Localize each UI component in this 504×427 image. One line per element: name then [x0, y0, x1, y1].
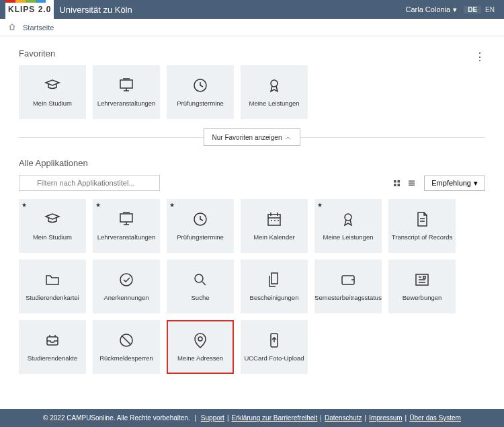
favorites-menu-icon[interactable]: ⋮	[474, 52, 485, 63]
all-apps-tiles: ★Mein Studium★Lehrveranstaltungen★Prüfun…	[19, 199, 485, 374]
app-tile[interactable]: ★Prüfungstermine	[167, 199, 234, 253]
award-icon	[265, 77, 283, 94]
footer-copyright: © 2022 CAMPUSonline. Alle Rechte vorbeha…	[43, 414, 190, 422]
app-tile[interactable]: Anerkennungen	[93, 260, 160, 313]
footer: © 2022 CAMPUSonline. Alle Rechte vorbeha…	[0, 409, 504, 427]
tile-label: Semesterbeitragsstatus	[314, 294, 382, 301]
search-icon	[192, 271, 209, 288]
app-tile[interactable]: Meine Leistungen	[241, 65, 308, 119]
filter-input[interactable]	[19, 175, 160, 191]
graduation-cap-icon	[44, 210, 61, 228]
app-tile[interactable]: ★Lehrveranstaltungen	[93, 199, 160, 253]
app-tile[interactable]: Suche	[167, 260, 234, 313]
caret-down-icon: ▾	[474, 179, 478, 188]
list-icon	[407, 179, 416, 188]
user-menu[interactable]: Carla Colonia ▾	[406, 5, 458, 14]
calendar-icon	[265, 210, 283, 228]
app-tile[interactable]: Bescheinigungen	[241, 260, 308, 313]
tile-label: UCCard Foto-Upload	[244, 354, 304, 362]
lang-de[interactable]: DE	[464, 6, 481, 13]
presentation-icon	[118, 77, 135, 94]
app-tile[interactable]: Mein Studium	[19, 65, 86, 119]
star-icon: ★	[22, 202, 27, 208]
logo-text: KLIPS 2.0	[8, 5, 51, 14]
document-icon	[413, 210, 431, 228]
app-tile[interactable]: Meine Adressen	[167, 320, 234, 374]
award-icon	[339, 210, 357, 228]
app-tile[interactable]: Transcript of Records	[388, 199, 456, 253]
tile-label: Mein Studium	[33, 233, 72, 241]
breadcrumb-start[interactable]: Startseite	[23, 24, 54, 32]
graduation-cap-icon	[44, 77, 61, 94]
app-tile[interactable]: Lehrveranstaltungen	[93, 65, 160, 119]
app-tile[interactable]: Bewerbungen	[388, 260, 456, 313]
footer-link[interactable]: Support	[201, 414, 224, 422]
inbox-icon	[44, 332, 61, 349]
app-tile[interactable]: Rückmeldesperren	[93, 320, 160, 374]
clock-icon	[192, 210, 209, 228]
tile-label: Meine Adressen	[177, 354, 223, 362]
lang-en[interactable]: EN	[481, 6, 499, 13]
star-icon: ★	[95, 202, 101, 208]
footer-link[interactable]: Impressum	[369, 414, 402, 422]
tile-label: Anerkennungen	[103, 294, 149, 301]
tile-label: Bescheinigungen	[250, 294, 299, 301]
sort-button[interactable]: Empfehlung ▾	[424, 176, 485, 191]
list-view-button[interactable]	[404, 176, 419, 190]
sort-label: Empfehlung	[431, 179, 471, 187]
favorites-tiles: Mein StudiumLehrveranstaltungenPrüfungst…	[19, 65, 485, 119]
tile-label: Bewerbungen	[403, 294, 442, 301]
grid-icon	[392, 179, 401, 188]
check-circle-icon	[118, 271, 135, 288]
app-header: KLIPS 2.0 Universität zu Köln Carla Colo…	[0, 0, 504, 19]
tile-label: Prüfungstermine	[177, 233, 224, 241]
breadcrumb: Startseite	[0, 19, 504, 36]
chevron-up-icon: ︿	[285, 132, 292, 142]
app-tile[interactable]: ★Meine Leistungen	[314, 199, 382, 253]
tile-label: Meine Leistungen	[249, 100, 300, 107]
favorites-title: Favoriten	[19, 48, 55, 59]
footer-link[interactable]: Erklärung zur Barrierefreiheit	[232, 414, 318, 422]
tile-label: Rückmeldesperren	[99, 354, 153, 362]
app-tile[interactable]: ★Mein Studium	[19, 199, 86, 253]
clock-icon	[192, 77, 209, 94]
tile-label: Meine Leistungen	[323, 233, 374, 241]
wallet-icon	[339, 271, 357, 288]
toggle-favorites-label: Nur Favoriten anzeigen	[212, 134, 282, 141]
tile-label: Studierendenkartei	[26, 294, 79, 301]
tile-label: Suche	[192, 294, 210, 301]
files-icon	[265, 271, 283, 288]
grid-view-button[interactable]	[389, 176, 404, 190]
app-tile[interactable]: Studierendenkartei	[19, 260, 86, 313]
logo-stripe	[5, 0, 46, 3]
footer-link[interactable]: Datenschutz	[325, 414, 362, 422]
footer-link[interactable]: Über das System	[409, 414, 461, 422]
app-tile[interactable]: Semesterbeitragsstatus	[314, 260, 382, 313]
all-apps-title: Alle Applikationen	[19, 158, 485, 168]
app-tile[interactable]: Prüfungstermine	[167, 65, 234, 119]
tile-label: Transcript of Records	[392, 233, 452, 241]
ban-icon	[118, 332, 135, 349]
logo[interactable]: KLIPS 2.0	[5, 0, 54, 19]
tile-label: Prüfungstermine	[177, 100, 224, 107]
newspaper-icon	[413, 271, 431, 288]
app-tile[interactable]: UCCard Foto-Upload	[241, 320, 308, 374]
app-tile[interactable]: Mein Kalender	[241, 199, 308, 253]
star-icon: ★	[169, 202, 175, 208]
tile-label: Lehrveranstaltungen	[97, 233, 156, 241]
pin-icon	[192, 332, 209, 349]
home-icon[interactable]	[8, 23, 16, 32]
app-tile[interactable]: Studierendenakte	[19, 320, 86, 374]
caret-down-icon: ▾	[453, 5, 457, 14]
folder-icon	[44, 271, 61, 288]
user-name: Carla Colonia	[406, 5, 451, 13]
phone-upload-icon	[265, 332, 283, 349]
toggle-favorites-button[interactable]: Nur Favoriten anzeigen ︿	[204, 128, 301, 146]
tile-label: Lehrveranstaltungen	[97, 100, 156, 107]
star-icon: ★	[317, 202, 323, 208]
university-name: Universität zu Köln	[59, 5, 132, 15]
tile-label: Mein Studium	[33, 100, 72, 107]
presentation-icon	[118, 210, 135, 228]
tile-label: Mein Kalender	[253, 233, 294, 241]
tile-label: Studierendenakte	[28, 354, 77, 362]
